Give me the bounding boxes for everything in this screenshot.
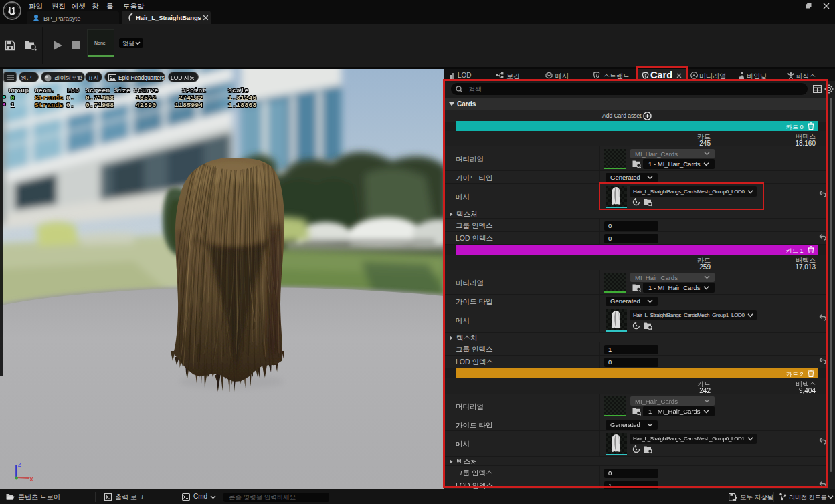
svg-text:Z: Z xyxy=(18,461,21,468)
svg-text:X: X xyxy=(29,476,33,483)
